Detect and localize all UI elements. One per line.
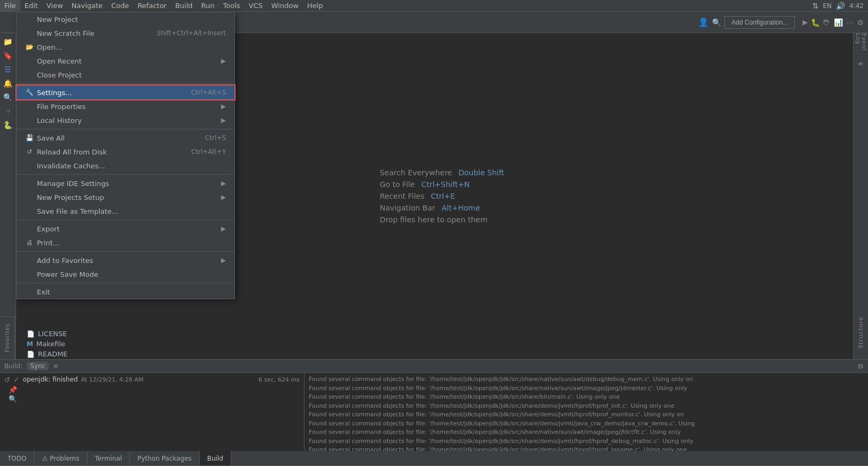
menu-local-history[interactable]: Local History ▶ bbox=[17, 113, 234, 127]
menu-settings[interactable]: 🔧 Settings... Ctrl+Alt+S bbox=[17, 86, 234, 99]
menu-tools[interactable]: Tools bbox=[219, 0, 245, 11]
menu-new-scratch-file[interactable]: New Scratch File Shift+Ctrl+Alt+Insert bbox=[17, 26, 234, 40]
search-everywhere-shortcut: Double Shift bbox=[458, 168, 504, 177]
tab-python-packages[interactable]: Python Packages bbox=[130, 451, 199, 465]
settings-label: Settings... bbox=[37, 89, 72, 97]
export-arrow: ▶ bbox=[221, 225, 226, 232]
toolbar-run-btn[interactable]: ▶ bbox=[802, 18, 808, 26]
add-favorites-label: Add to Favorites bbox=[37, 257, 93, 265]
tab-build[interactable]: Build bbox=[200, 451, 231, 465]
build-left-panel: ↺ ✓ openjdk: finished At 12/29/21, 4:28 … bbox=[0, 373, 304, 451]
menu-edit[interactable]: Edit bbox=[20, 0, 42, 11]
separator-3 bbox=[17, 174, 234, 175]
menu-window[interactable]: Window bbox=[267, 0, 303, 11]
file-license[interactable]: 📄 LICENSE bbox=[16, 329, 214, 339]
file-readme[interactable]: 📄 README bbox=[16, 349, 214, 359]
separator-1 bbox=[17, 83, 234, 84]
sidebar-find-icon[interactable]: 🔍 bbox=[2, 91, 14, 104]
menu-vcs[interactable]: VCS bbox=[245, 0, 267, 11]
open-icon: 📂 bbox=[25, 43, 34, 51]
menu-export[interactable]: Export ▶ bbox=[17, 222, 234, 236]
welcome-row-5: Drop files here to open them bbox=[380, 215, 504, 224]
build-label: Build: bbox=[4, 362, 22, 370]
menu-navigate[interactable]: Navigate bbox=[67, 0, 107, 11]
menu-power-save[interactable]: Power Save Mode bbox=[17, 267, 234, 281]
build-sync-button[interactable]: Sync bbox=[27, 362, 49, 370]
menu-close-project[interactable]: Close Project bbox=[17, 68, 234, 82]
invalidate-label: Invalidate Caches... bbox=[37, 162, 105, 170]
toolbar-user-icon[interactable]: 👤 bbox=[698, 17, 709, 27]
build-log-line: Found several command objects for file: … bbox=[309, 384, 864, 393]
build-refresh-icon[interactable]: ↺ bbox=[4, 376, 10, 384]
new-scratch-label: New Scratch File bbox=[37, 29, 95, 37]
menu-file-properties[interactable]: File Properties ▶ bbox=[17, 99, 234, 113]
menu-new-projects-setup[interactable]: New Projects Setup ▶ bbox=[17, 190, 234, 204]
menu-exit[interactable]: Exit bbox=[17, 285, 234, 299]
build-close-icon[interactable]: ✕ bbox=[53, 362, 59, 370]
open-label: Open... bbox=[37, 43, 62, 51]
sidebar-notification-icon[interactable]: 🔔 bbox=[2, 77, 14, 90]
toolbar-debug-btn[interactable]: 🐛 bbox=[811, 18, 820, 27]
menu-help[interactable]: Help bbox=[303, 0, 327, 11]
add-configuration-button[interactable]: Add Configuration... bbox=[724, 16, 795, 29]
new-scratch-icon bbox=[25, 29, 34, 37]
save-all-icon: 💾 bbox=[25, 134, 34, 142]
sidebar-git-icon[interactable]: ⑂ bbox=[2, 105, 14, 118]
readme-name: README bbox=[38, 350, 68, 358]
menu-code[interactable]: Code bbox=[107, 0, 133, 11]
tab-todo[interactable]: TODO bbox=[0, 451, 34, 465]
menu-invalidate-caches[interactable]: Invalidate Caches... bbox=[17, 159, 234, 173]
recent-files-shortcut: Ctrl+E bbox=[431, 192, 455, 200]
build-settings-icon[interactable]: ⚙ bbox=[857, 362, 864, 370]
menu-reload-all[interactable]: ↺ Reload All from Disk Ctrl+Alt+Y bbox=[17, 145, 234, 159]
toolbar-search-icon[interactable]: 🔍 bbox=[712, 18, 721, 27]
readme-icon: 📄 bbox=[27, 351, 35, 358]
welcome-row-3: Recent Files Ctrl+E bbox=[380, 192, 504, 200]
menu-file[interactable]: File bbox=[0, 0, 20, 11]
tab-terminal[interactable]: Terminal bbox=[88, 451, 130, 465]
menu-save-all[interactable]: 💾 Save All Ctrl+S bbox=[17, 131, 234, 145]
menu-save-template[interactable]: Save File as Template... bbox=[17, 204, 234, 218]
menu-add-favorites[interactable]: Add to Favorites ▶ bbox=[17, 253, 234, 267]
build-log-line: Found several command objects for file: … bbox=[309, 420, 864, 429]
sidebar-bookmark-icon[interactable]: 🔖 bbox=[2, 49, 14, 62]
power-save-icon bbox=[25, 270, 34, 278]
goto-file-text: Go to File bbox=[380, 180, 415, 189]
favorites-label: Favorites bbox=[4, 323, 10, 352]
menu-build[interactable]: Build bbox=[171, 0, 197, 11]
favorites-panel[interactable]: Favorites bbox=[0, 316, 15, 359]
menu-manage-ide[interactable]: Manage IDE Settings ▶ bbox=[17, 176, 234, 190]
tab-problems[interactable]: ⚠ Problems bbox=[34, 451, 87, 465]
build-status-row: ↺ ✓ openjdk: finished At 12/29/21, 4:28 … bbox=[4, 375, 300, 384]
sidebar-project-icon[interactable]: 📁 bbox=[2, 35, 14, 48]
settings-icon: 🔧 bbox=[25, 88, 34, 97]
exit-icon bbox=[25, 288, 34, 296]
build-left-actions: 📌 🔍 bbox=[4, 386, 300, 403]
license-icon: 📄 bbox=[27, 330, 35, 338]
menu-refactor[interactable]: Refactor bbox=[133, 0, 171, 11]
toolbar-more2-icon[interactable]: ⚙ bbox=[857, 18, 864, 27]
system-tray: ⇅ EN 🔊 4:42 bbox=[812, 2, 868, 10]
build-pin-icon[interactable]: 📌 bbox=[9, 386, 300, 394]
toolbar-coverage-icon[interactable]: ⛑ bbox=[823, 18, 831, 27]
sidebar-structure-icon[interactable]: ☰ bbox=[2, 63, 14, 76]
build-find-icon[interactable]: 🔍 bbox=[9, 395, 300, 403]
separator-5 bbox=[17, 251, 234, 252]
open-recent-label: Open Recent bbox=[37, 57, 82, 65]
menu-run[interactable]: Run bbox=[197, 0, 219, 11]
new-project-icon bbox=[25, 15, 34, 24]
menu-view[interactable]: View bbox=[42, 0, 67, 11]
license-name: LICENSE bbox=[38, 330, 67, 338]
event-log-panel[interactable]: Event Log bbox=[853, 33, 868, 63]
search-everywhere-text: Search Everywhere bbox=[380, 168, 452, 177]
toolbar-more-icon[interactable]: ⋯ bbox=[846, 18, 854, 27]
sidebar-python-icon[interactable]: 🐍 bbox=[2, 119, 14, 131]
build-tab-area: Build: Sync ✕ ⚙ bbox=[0, 360, 868, 373]
menu-open[interactable]: 📂 Open... bbox=[17, 40, 234, 54]
file-makefile[interactable]: M Makefile bbox=[16, 339, 214, 349]
menu-print[interactable]: 🖨 Print... bbox=[17, 236, 234, 250]
toolbar-profile-icon[interactable]: 📊 bbox=[834, 18, 843, 27]
add-favorites-icon bbox=[25, 256, 34, 265]
menu-open-recent[interactable]: Open Recent ▶ bbox=[17, 54, 234, 68]
menu-new-project[interactable]: New Project bbox=[17, 12, 234, 26]
